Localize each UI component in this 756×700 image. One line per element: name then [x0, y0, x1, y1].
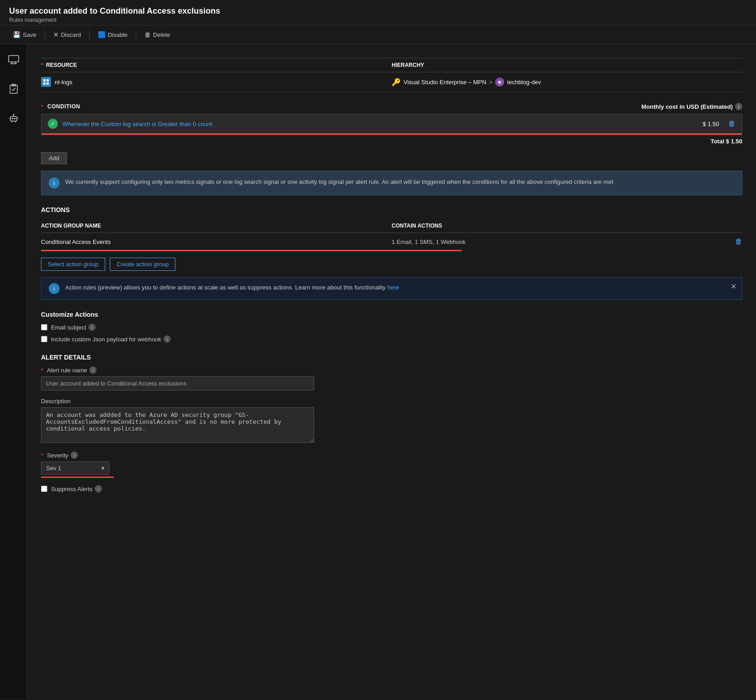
action-delete-icon[interactable]: 🗑: [735, 238, 742, 246]
resource-section: * RESOURCE HIERARCHY: [41, 58, 742, 92]
condition-label-wrap: * CONDITION: [41, 103, 80, 110]
svg-rect-16: [46, 79, 49, 81]
suppress-alerts-label: Suppress Alerts i: [51, 485, 102, 492]
email-subject-checkbox[interactable]: [41, 324, 47, 330]
resource-icon: [41, 77, 51, 87]
main-layout: * RESOURCE HIERARCHY: [0, 44, 756, 699]
info-banner-icon: i: [49, 178, 60, 188]
svg-rect-7: [12, 118, 13, 119]
severity-label: * Severity i: [41, 451, 742, 459]
alert-details-title: ALERT DETAILS: [41, 354, 742, 361]
resource-table: * RESOURCE HIERARCHY: [41, 58, 742, 92]
hierarchy-col-header: HIERARCHY: [392, 62, 742, 68]
toolbar-divider: [45, 30, 45, 39]
discard-icon: ✕: [53, 31, 59, 38]
sidebar-icon-clipboard[interactable]: [7, 82, 20, 98]
sidebar: [0, 44, 27, 699]
email-subject-row: Email subject i: [41, 324, 742, 331]
actions-title: ACTIONS: [41, 206, 742, 213]
severity-info-icon[interactable]: i: [71, 451, 78, 459]
condition-info-banner: i We currently support configuring only …: [41, 171, 742, 195]
page-title: User account added to Conditional Access…: [9, 6, 747, 16]
delete-button[interactable]: 🗑 Delete: [141, 29, 174, 40]
condition-header: * CONDITION Monthly cost in USD (Estimat…: [41, 103, 742, 110]
json-payload-checkbox[interactable]: [41, 336, 47, 342]
suppress-alerts-info-icon[interactable]: i: [95, 485, 102, 492]
condition-cost: $ 1.50: [703, 121, 719, 127]
select-action-group-button[interactable]: Select action group: [41, 258, 105, 271]
save-button[interactable]: 💾 Save: [9, 29, 40, 40]
description-label: Description: [41, 398, 742, 405]
condition-add-button[interactable]: Add: [41, 152, 67, 164]
suppress-alerts-checkbox[interactable]: [41, 486, 47, 492]
suppress-alerts-row: Suppress Alerts i: [41, 485, 742, 492]
sphere-icon: ◉: [495, 77, 504, 86]
contain-actions-header: CONTAIN ACTIONS: [392, 223, 742, 229]
svg-rect-17: [43, 82, 46, 85]
toolbar-divider-3: [136, 30, 136, 39]
disable-button[interactable]: 🟦 Disable: [94, 29, 131, 40]
alert-rule-name-info-icon[interactable]: i: [89, 366, 97, 374]
action-contain-cell: 1 Email, 1 SMS, 1 Webhook 🗑: [392, 238, 742, 246]
action-data-row: Conditional Access Events 1 Email, 1 SMS…: [41, 233, 742, 250]
condition-delete-icon[interactable]: 🗑: [728, 120, 736, 128]
delete-icon: 🗑: [144, 31, 151, 38]
customize-actions-title: Customize Actions: [41, 311, 742, 318]
alert-rule-name-label: * Alert rule name i: [41, 366, 742, 374]
actions-section: ACTIONS ACTION GROUP NAME CONTAIN ACTION…: [41, 206, 742, 300]
email-subject-info-icon[interactable]: i: [88, 324, 96, 331]
svg-rect-8: [14, 118, 15, 119]
severity-underline: [41, 477, 114, 478]
severity-select-wrapper: Sev 0 Sev 1 Sev 2 Sev 3 Sev 4 ▼: [41, 462, 109, 475]
sidebar-icon-robot[interactable]: [7, 112, 20, 127]
action-name-cell: Conditional Access Events: [41, 238, 392, 245]
svg-rect-18: [46, 82, 49, 85]
email-subject-label: Email subject i: [51, 324, 96, 331]
svg-point-10: [13, 114, 14, 116]
severity-select[interactable]: Sev 0 Sev 1 Sev 2 Sev 3 Sev 4: [41, 462, 109, 475]
json-payload-info-icon[interactable]: i: [163, 335, 171, 343]
description-textarea[interactable]: [41, 407, 314, 443]
resource-data-row: nt-logs 🔑 Visual Studio Enterprise – MPN…: [41, 72, 742, 92]
json-payload-row: Include custom Json payload for webhook …: [41, 335, 742, 343]
notification-close-button[interactable]: ✕: [730, 282, 736, 291]
action-buttons-row: Select action group Create action group: [41, 258, 742, 271]
create-action-group-button[interactable]: Create action group: [110, 258, 175, 271]
notification-banner: i Action rules (preview) allows you to d…: [41, 277, 742, 300]
save-icon: 💾: [13, 31, 20, 38]
discard-button[interactable]: ✕ Discard: [50, 29, 85, 40]
hierarchy-cell: 🔑 Visual Studio Enterprise – MPN > ◉ tec…: [392, 77, 742, 86]
main-content: * RESOURCE HIERARCHY: [27, 44, 756, 699]
monthly-cost-info-icon[interactable]: i: [735, 103, 742, 110]
notification-info-icon: i: [49, 283, 60, 294]
toolbar: 💾 Save ✕ Discard 🟦 Disable 🗑 Delete: [0, 25, 756, 44]
resource-header-row: * RESOURCE HIERARCHY: [41, 58, 742, 72]
info-banner-text: We currently support configuring only tw…: [65, 178, 613, 187]
condition-section: * CONDITION Monthly cost in USD (Estimat…: [41, 103, 742, 195]
actions-table: ACTION GROUP NAME CONTAIN ACTIONS Condit…: [41, 219, 742, 250]
json-payload-label: Include custom Json payload for webhook …: [51, 335, 171, 343]
page-subtitle: Rules management: [9, 17, 747, 23]
resource-col-header: * RESOURCE: [41, 62, 392, 68]
sidebar-icon-monitor[interactable]: [7, 53, 20, 69]
condition-link[interactable]: Whenever the Custom log search is Greate…: [62, 121, 703, 127]
notification-link[interactable]: here: [387, 284, 399, 291]
svg-rect-15: [43, 79, 46, 81]
action-group-name-header: ACTION GROUP NAME: [41, 223, 392, 229]
toolbar-divider-2: [89, 30, 90, 39]
alert-rule-name-input[interactable]: [41, 376, 314, 391]
condition-total-row: Total $ 1.50: [41, 135, 742, 147]
page-header: User account added to Conditional Access…: [0, 0, 756, 25]
svg-rect-0: [9, 56, 19, 62]
svg-rect-6: [10, 117, 17, 121]
disable-icon: 🟦: [98, 31, 106, 38]
actions-header-row: ACTION GROUP NAME CONTAIN ACTIONS: [41, 219, 742, 233]
condition-status-icon: ✓: [48, 119, 58, 129]
condition-data-row: ✓ Whenever the Custom log search is Grea…: [41, 114, 742, 134]
alert-rule-name-field: * Alert rule name i: [41, 366, 742, 391]
customize-actions-section: Customize Actions Email subject i Includ…: [41, 311, 742, 343]
alert-details-section: ALERT DETAILS * Alert rule name i Descri…: [41, 354, 742, 492]
description-field: Description: [41, 398, 742, 444]
notification-text: Action rules (preview) allows you to def…: [65, 283, 399, 292]
enterprise-key-icon: 🔑: [392, 78, 401, 86]
